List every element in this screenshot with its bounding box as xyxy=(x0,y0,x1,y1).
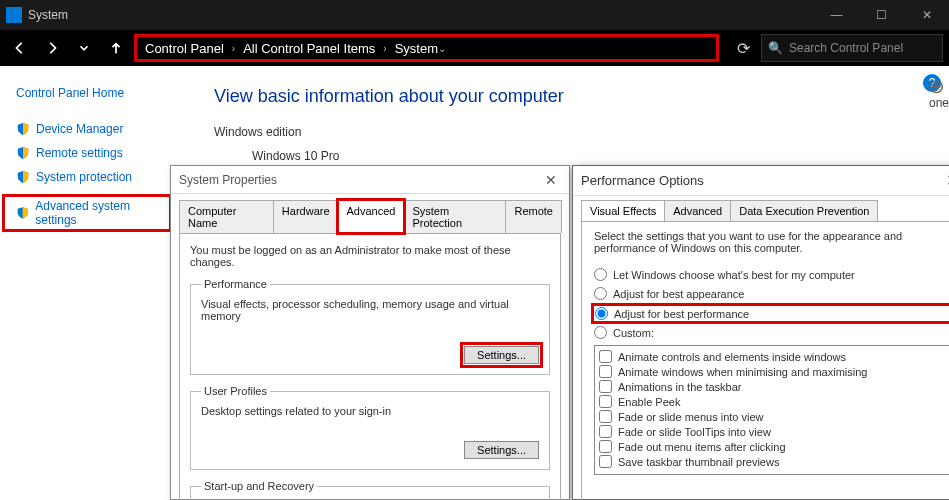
tab-hardware[interactable]: Hardware xyxy=(273,200,339,233)
shield-icon xyxy=(16,206,29,220)
dialog-title: Performance Options xyxy=(581,173,704,188)
breadcrumb[interactable]: Control Panel› All Control Panel Items› … xyxy=(134,34,719,62)
recent-dropdown[interactable] xyxy=(70,34,98,62)
sidebar-item-label: Remote settings xyxy=(36,146,123,160)
startup-recovery-group: Start-up and Recovery System start-up, s… xyxy=(190,480,550,500)
refresh-button[interactable]: ⟳ xyxy=(729,34,757,62)
radio-best-performance[interactable]: Adjust for best performance xyxy=(594,306,949,321)
tab-visual-effects[interactable]: Visual Effects xyxy=(581,200,665,221)
tab-dep[interactable]: Data Execution Prevention xyxy=(730,200,878,221)
group-desc: Desktop settings related to your sign-in xyxy=(201,405,539,417)
windows-edition-value: Windows 10 Pro xyxy=(252,149,949,163)
sidebar: Control Panel Home Device Manager Remote… xyxy=(0,66,170,500)
performance-settings-button[interactable]: Settings... xyxy=(464,346,539,364)
check-row[interactable]: Save taskbar thumbnail previews xyxy=(599,455,945,468)
window-titlebar: System — ☐ ✕ xyxy=(0,0,949,30)
radio-best-appearance[interactable]: Adjust for best appearance xyxy=(594,287,949,300)
windows-edition-label: Windows edition xyxy=(214,125,949,139)
group-legend: User Profiles xyxy=(201,385,270,397)
search-input[interactable]: 🔍 Search Control Panel xyxy=(761,34,943,62)
shield-icon xyxy=(16,122,30,136)
radio-let-windows-choose[interactable]: Let Windows choose what's best for my co… xyxy=(594,268,949,281)
visual-effects-checklist[interactable]: Animate controls and elements inside win… xyxy=(594,345,949,475)
check-row[interactable]: Animations in the taskbar xyxy=(599,380,945,393)
maximize-button[interactable]: ☐ xyxy=(859,0,904,30)
system-icon xyxy=(6,7,22,23)
tab-strip: Computer Name Hardware Advanced System P… xyxy=(171,194,569,233)
sidebar-item-remote-settings[interactable]: Remote settings xyxy=(16,146,170,160)
breadcrumb-item[interactable]: System xyxy=(395,41,438,56)
sidebar-item-label: System protection xyxy=(36,170,132,184)
check-row[interactable]: Animate windows when minimising and maxi… xyxy=(599,365,945,378)
tab-body: Select the settings that you want to use… xyxy=(581,221,949,500)
intro-text: Select the settings that you want to use… xyxy=(594,230,949,254)
check-row[interactable]: Enable Peek xyxy=(599,395,945,408)
sidebar-item-label: Device Manager xyxy=(36,122,123,136)
shield-icon xyxy=(16,170,30,184)
dialog-titlebar: Performance Options ✕ xyxy=(573,166,949,196)
tab-system-protection[interactable]: System Protection xyxy=(403,200,506,233)
breadcrumb-item[interactable]: All Control Panel Items xyxy=(243,41,375,56)
navbar: Control Panel› All Control Panel Items› … xyxy=(0,30,949,66)
performance-options-dialog: Performance Options ✕ Visual Effects Adv… xyxy=(572,165,949,500)
chevron-down-icon[interactable]: ⌄ xyxy=(438,43,446,54)
window-title: System xyxy=(28,8,68,22)
dialog-title: System Properties xyxy=(179,173,277,187)
page-heading: View basic information about your comput… xyxy=(214,86,949,107)
control-panel-home-link[interactable]: Control Panel Home xyxy=(16,86,170,100)
minimize-button[interactable]: — xyxy=(814,0,859,30)
user-profiles-group: User Profiles Desktop settings related t… xyxy=(190,385,550,470)
sidebar-item-label: Advanced system settings xyxy=(35,199,167,227)
sidebar-item-system-protection[interactable]: System protection xyxy=(16,170,170,184)
search-icon: 🔍 xyxy=(768,41,783,55)
tab-advanced[interactable]: Advanced xyxy=(664,200,731,221)
admin-note: You must be logged on as an Administrato… xyxy=(190,244,550,268)
tab-advanced[interactable]: Advanced xyxy=(338,200,405,233)
breadcrumb-item[interactable]: Control Panel xyxy=(145,41,224,56)
user-profiles-settings-button[interactable]: Settings... xyxy=(464,441,539,459)
back-button[interactable] xyxy=(6,34,34,62)
tab-strip: Visual Effects Advanced Data Execution P… xyxy=(573,196,949,221)
close-button[interactable]: ✕ xyxy=(904,0,949,30)
system-properties-dialog: System Properties ✕ Computer Name Hardwa… xyxy=(170,165,570,500)
up-button[interactable] xyxy=(102,34,130,62)
check-row[interactable]: Animate controls and elements inside win… xyxy=(599,350,945,363)
tab-body: You must be logged on as an Administrato… xyxy=(179,233,561,500)
close-button[interactable]: ✕ xyxy=(942,171,949,190)
group-legend: Start-up and Recovery xyxy=(201,480,317,492)
tab-remote[interactable]: Remote xyxy=(505,200,562,233)
performance-group: Performance Visual effects, processor sc… xyxy=(190,278,550,375)
radio-custom[interactable]: Custom: xyxy=(594,326,949,339)
tab-computer-name[interactable]: Computer Name xyxy=(179,200,274,233)
group-legend: Performance xyxy=(201,278,270,290)
check-row[interactable]: Fade out menu items after clicking xyxy=(599,440,945,453)
close-button[interactable]: ✕ xyxy=(541,172,561,188)
globe-icon: ⊕ xyxy=(928,74,945,98)
group-desc: Visual effects, processor scheduling, me… xyxy=(201,298,539,322)
sidebar-item-device-manager[interactable]: Device Manager xyxy=(16,122,170,136)
sidebar-item-advanced-system-settings[interactable]: Advanced system settings xyxy=(2,194,172,232)
check-row[interactable]: Fade or slide ToolTips into view xyxy=(599,425,945,438)
check-row[interactable]: Fade or slide menus into view xyxy=(599,410,945,423)
dialog-titlebar: System Properties ✕ xyxy=(171,166,569,194)
search-placeholder: Search Control Panel xyxy=(789,41,903,55)
forward-button[interactable] xyxy=(38,34,66,62)
shield-icon xyxy=(16,146,30,160)
